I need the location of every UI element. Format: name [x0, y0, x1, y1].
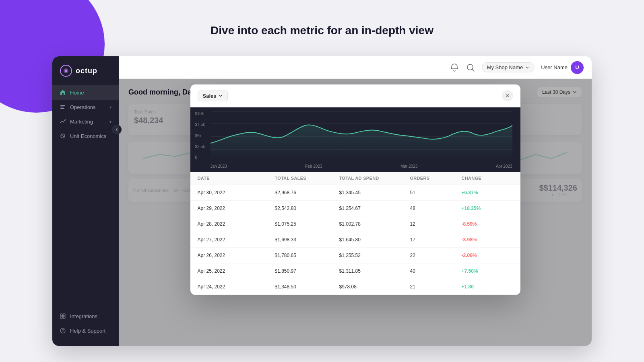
shop-selector[interactable]: My Shop Name: [482, 62, 535, 72]
topbar: My Shop Name User Name U: [119, 56, 592, 79]
svg-rect-4: [60, 107, 64, 107]
sidebar-item-unit-economics-label: Unit Economics: [70, 133, 111, 139]
chart-x-labels: Jan 2023 Feb 2023 Mar 2023 Apr 2023: [211, 164, 512, 169]
table-header: Date Total Sales Total Ad Spend Orders C…: [190, 172, 520, 185]
cell-orders: 17: [410, 237, 461, 243]
modal-metric-selector[interactable]: Sales: [198, 90, 228, 101]
cell-ad-spend: $1,002.78: [339, 221, 410, 227]
sidebar-item-marketing[interactable]: Marketing ▾: [52, 114, 119, 129]
cell-change: +18.35%: [461, 206, 513, 211]
svg-point-6: [65, 119, 66, 121]
cell-date: Apr 29, 2022: [198, 206, 275, 211]
cell-orders: 22: [410, 253, 461, 258]
app-window: octup Home Operations ▾: [52, 56, 592, 346]
cell-date: Apr 30, 2022: [198, 190, 275, 195]
grid-line-0: [211, 160, 512, 160]
cell-date: Apr 28, 2022: [198, 221, 275, 227]
cell-ad-spend: $978.08: [339, 284, 410, 290]
cell-ad-spend: $1,645.80: [339, 237, 410, 243]
data-table: Date Total Sales Total Ad Spend Orders C…: [190, 172, 520, 295]
cell-total-sales: $1,850.97: [275, 268, 339, 274]
svg-rect-9: [63, 314, 65, 316]
operations-icon: [60, 104, 66, 110]
col-header-date: Date: [198, 176, 275, 181]
cell-orders: 12: [410, 221, 461, 227]
table-row: Apr 26, 2022 $1,780.65 $1,255.52 22 -2.0…: [190, 248, 520, 263]
cell-total-sales: $1,780.65: [275, 253, 339, 258]
modal-header: Sales ✕: [190, 84, 520, 107]
modal-overlay[interactable]: Sales ✕: [119, 79, 592, 346]
svg-rect-10: [63, 317, 65, 319]
sidebar-bottom: Integrations Help & Support: [52, 309, 119, 338]
shop-name: My Shop Name: [487, 64, 523, 70]
sidebar-item-operations[interactable]: Operations ▾: [52, 100, 119, 114]
table-row: Apr 30, 2022 $2,968.76 $1,345.45 51 +6.8…: [190, 185, 520, 201]
svg-rect-8: [60, 314, 62, 316]
notification-icon[interactable]: [450, 63, 459, 72]
cell-orders: 51: [410, 190, 461, 195]
modal-close-button[interactable]: ✕: [502, 90, 513, 101]
cell-change: +7.50%: [461, 268, 513, 274]
logo-text: octup: [76, 67, 97, 75]
sidebar-item-home-label: Home: [70, 90, 111, 96]
user-avatar[interactable]: U: [571, 61, 584, 74]
sales-modal: Sales ✕: [190, 84, 520, 295]
cell-ad-spend: $1,345.45: [339, 190, 410, 195]
svg-point-14: [467, 64, 473, 70]
cell-change: -8.59%: [461, 221, 513, 227]
cell-ad-spend: $1,254.67: [339, 206, 410, 211]
cell-total-sales: $1,075.25: [275, 221, 339, 227]
help-icon: [60, 327, 66, 334]
cell-total-sales: $2,968.76: [275, 190, 339, 195]
user-section: User Name U: [541, 61, 584, 74]
sidebar-logo: octup: [52, 64, 119, 85]
sidebar-item-operations-label: Operations: [70, 104, 105, 110]
svg-point-13: [63, 332, 63, 332]
cell-total-sales: $1,698.33: [275, 237, 339, 243]
cell-ad-spend: $1,255.52: [339, 253, 410, 258]
cell-change: +6.87%: [461, 190, 513, 195]
sidebar-item-home[interactable]: Home: [52, 85, 119, 100]
sidebar: octup Home Operations ▾: [52, 56, 119, 346]
table-row: Apr 24, 2022 $1,348.50 $978.08 21 +1.80: [190, 279, 520, 295]
cell-change: -2.06%: [461, 253, 513, 258]
sidebar-item-integrations-label: Integrations: [70, 313, 111, 319]
modal-metric-label: Sales: [203, 93, 217, 99]
col-header-total-sales: Total Sales: [275, 176, 339, 181]
sidebar-item-marketing-label: Marketing: [70, 119, 105, 125]
sidebar-item-help-label: Help & Support: [70, 328, 111, 334]
page-heading: Dive into each metric for an in-depth vi…: [211, 24, 433, 37]
table-row: Apr 25, 2022 $1,850.97 $1,311.85 40 +7.5…: [190, 263, 520, 279]
sidebar-item-integrations[interactable]: Integrations: [52, 309, 119, 323]
cell-orders: 48: [410, 206, 461, 211]
col-header-change: Change: [461, 176, 513, 181]
svg-point-2: [65, 70, 67, 72]
cell-date: Apr 25, 2022: [198, 268, 275, 274]
cell-orders: 21: [410, 284, 461, 290]
cell-total-sales: $2,542.80: [275, 206, 339, 211]
chart-line-svg: [211, 111, 512, 159]
cell-change: +1.80: [461, 284, 513, 290]
sales-chart: $10k $7.5k $5k $2.5k 0: [190, 107, 520, 172]
marketing-chevron-icon: ▾: [109, 119, 111, 124]
cell-date: Apr 27, 2022: [198, 237, 275, 243]
shop-dropdown-icon: [525, 66, 529, 70]
svg-rect-11: [60, 317, 62, 319]
table-row: Apr 29, 2022 $2,542.80 $1,254.67 48 +18.…: [190, 201, 520, 216]
svg-rect-3: [60, 105, 65, 106]
main-content: My Shop Name User Name U Good morning, D…: [119, 56, 592, 346]
search-icon[interactable]: [466, 63, 475, 72]
sidebar-item-unit-economics[interactable]: Unit Economics: [52, 129, 119, 143]
col-header-orders: Orders: [410, 176, 461, 181]
operations-chevron-icon: ▾: [109, 105, 111, 109]
table-body: Apr 30, 2022 $2,968.76 $1,345.45 51 +6.8…: [190, 185, 520, 295]
cell-change: -3.98%: [461, 237, 513, 243]
table-row: Apr 28, 2022 $1,075.25 $1,002.78 12 -8.5…: [190, 216, 520, 232]
sidebar-item-help-support[interactable]: Help & Support: [52, 323, 119, 338]
cell-total-sales: $1,348.50: [275, 284, 339, 290]
table-row: Apr 27, 2022 $1,698.33 $1,645.80 17 -3.9…: [190, 232, 520, 248]
chart-y-labels: $10k $7.5k $5k $2.5k 0: [195, 111, 205, 160]
integrations-icon: [60, 313, 66, 319]
cell-ad-spend: $1,311.85: [339, 268, 410, 274]
dashboard: Good morning, Daniel! Last 30 Days Total…: [119, 79, 592, 346]
